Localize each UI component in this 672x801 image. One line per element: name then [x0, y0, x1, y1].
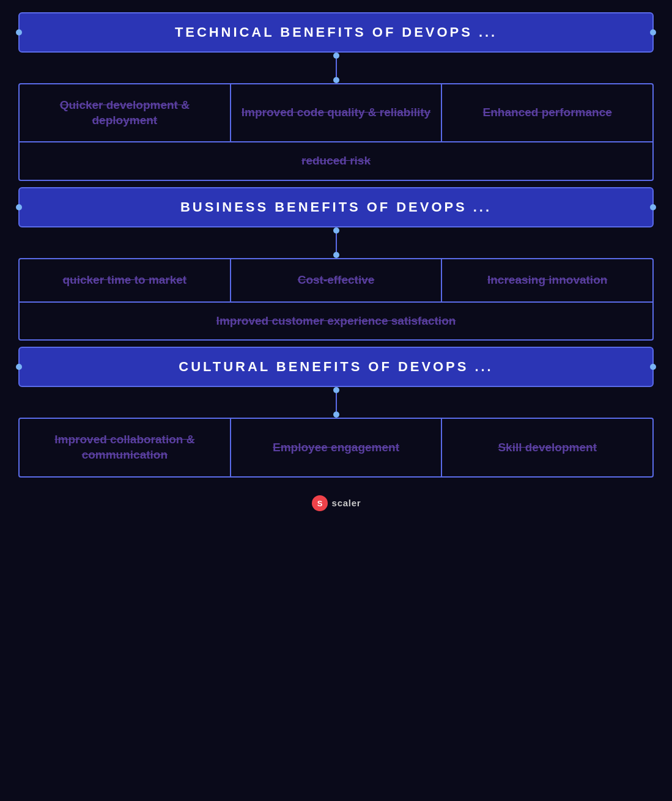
connector-dot-top [333, 387, 339, 393]
card-text: Cost-effective [298, 273, 375, 288]
connector-dot-bottom [333, 77, 339, 83]
card-text-full: Improved customer experience satisfactio… [216, 314, 456, 329]
scaler-text: scaler [332, 498, 361, 508]
card-text: Improved code quality & reliability [242, 105, 430, 120]
connector [333, 53, 339, 83]
cards-business: quicker time to marketCost-effectiveIncr… [18, 258, 654, 341]
card-cell: Cost-effective [231, 259, 443, 301]
card-text: Employee engagement [273, 440, 399, 456]
card-text: Skill development [498, 440, 597, 456]
header-cultural: CULTURAL BENEFITS OF DEVOPS ... [18, 347, 654, 387]
card-text: quicker time to market [62, 273, 186, 288]
header-technical: TECHNICAL BENEFITS OF DEVOPS ... [18, 12, 654, 53]
card-cell: Improved code quality & reliability [231, 84, 443, 141]
cards-row-1: Improved customer experience satisfactio… [20, 303, 652, 340]
connector-dot-top [333, 227, 339, 234]
connector [333, 387, 339, 418]
card-text: Enhanced performance [483, 105, 612, 120]
card-text: Quicker development & deployment [28, 98, 221, 128]
cards-technical: Quicker development & deploymentImproved… [18, 83, 654, 181]
card-cell: Improved collaboration & communication [20, 419, 231, 476]
card-cell: Employee engagement [231, 419, 443, 476]
header-business: BUSINESS BENEFITS OF DEVOPS ... [18, 187, 654, 227]
card-text: Increasing innovation [487, 273, 607, 288]
svg-text:S: S [317, 499, 322, 508]
card-cell: Skill development [442, 419, 652, 476]
card-cell-full: Improved customer experience satisfactio… [20, 303, 652, 340]
card-cell-full: reduced risk [20, 142, 652, 180]
cards-row-0: Quicker development & deploymentImproved… [20, 84, 652, 142]
card-cell: Increasing innovation [442, 259, 652, 301]
scaler-logo: S scaler [311, 495, 361, 512]
card-cell: Enhanced performance [442, 84, 652, 141]
card-cell: quicker time to market [20, 259, 231, 301]
cards-cultural: Improved collaboration & communicationEm… [18, 418, 654, 477]
connector-dot-bottom [333, 252, 339, 258]
scaler-icon: S [311, 495, 328, 512]
connector-line [336, 59, 337, 77]
section-cultural: CULTURAL BENEFITS OF DEVOPS ... Improved… [18, 347, 654, 477]
cards-row-1: reduced risk [20, 142, 652, 180]
connector-line [336, 234, 337, 252]
cards-row-0: quicker time to marketCost-effectiveIncr… [20, 259, 652, 303]
section-technical: TECHNICAL BENEFITS OF DEVOPS ... Quicker… [18, 12, 654, 181]
connector-dot-bottom [333, 412, 339, 418]
connector-dot-top [333, 53, 339, 59]
cards-row-0: Improved collaboration & communicationEm… [20, 419, 652, 476]
connector-line [336, 393, 337, 412]
card-cell: Quicker development & deployment [20, 84, 231, 141]
card-text: Improved collaboration & communication [28, 432, 221, 462]
connector [333, 227, 339, 258]
section-business: BUSINESS BENEFITS OF DEVOPS ... quicker … [18, 187, 654, 341]
card-text-full: reduced risk [301, 153, 371, 169]
